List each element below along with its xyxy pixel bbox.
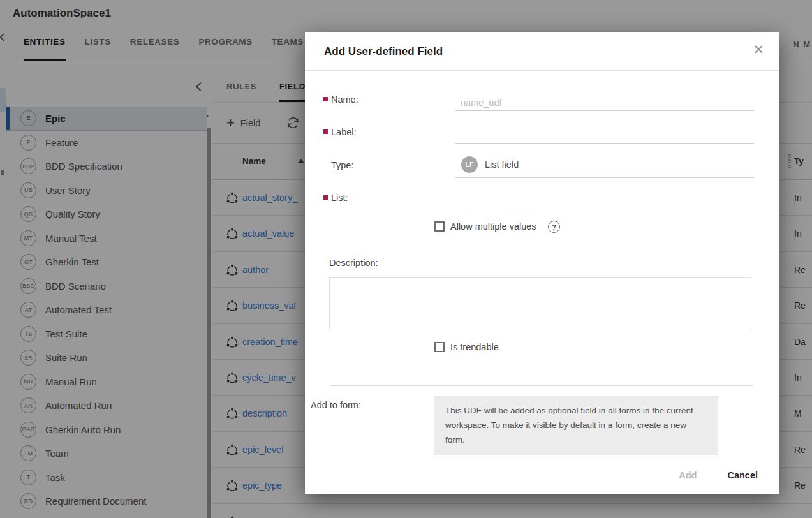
description-textarea[interactable]: [329, 277, 751, 329]
dialog-header: Add User-defined Field ✕: [305, 32, 779, 71]
name-field-label: Name:: [331, 94, 358, 105]
allow-multiple-checkbox[interactable]: [434, 221, 445, 232]
list-field-label: List:: [331, 193, 348, 203]
note-line: form.: [445, 433, 707, 447]
type-field-label: Type:: [331, 160, 353, 170]
add-to-form-label: Add to form:: [311, 400, 361, 410]
add-to-form-note: This UDF will be added as optional field…: [434, 396, 718, 455]
required-indicator: [323, 130, 328, 134]
label-input[interactable]: [455, 128, 754, 144]
type-field[interactable]: LF List field: [455, 152, 754, 178]
help-icon[interactable]: ?: [548, 221, 560, 233]
required-indicator: [323, 195, 328, 200]
add-button[interactable]: Add: [679, 470, 697, 480]
name-input[interactable]: [455, 96, 754, 111]
is-trendable-checkbox[interactable]: [434, 342, 445, 352]
note-line: workspace. To make it visible by default…: [445, 418, 707, 433]
note-line: This UDF will be added as optional field…: [445, 403, 707, 418]
description-label: Description:: [329, 258, 378, 268]
app-window: AutomationSpace1 ENTITIES LISTS RELEASES…: [0, 0, 812, 518]
cancel-button[interactable]: Cancel: [727, 470, 758, 480]
dialog-title: Add User-defined Field: [324, 45, 443, 58]
list-field-type-icon: LF: [461, 156, 478, 173]
allow-multiple-label: Allow multiple values: [450, 221, 536, 232]
section-divider: [330, 385, 753, 386]
is-trendable-label: Is trendable: [450, 342, 499, 352]
dialog-footer: Add Cancel: [305, 455, 779, 494]
add-udf-dialog: Add User-defined Field ✕ Name: Label: Ty…: [305, 32, 779, 494]
type-value: List field: [485, 159, 519, 170]
label-field-label: Label:: [331, 127, 357, 137]
close-icon[interactable]: ✕: [753, 43, 764, 56]
list-input[interactable]: [455, 194, 754, 209]
required-indicator: [323, 97, 328, 101]
